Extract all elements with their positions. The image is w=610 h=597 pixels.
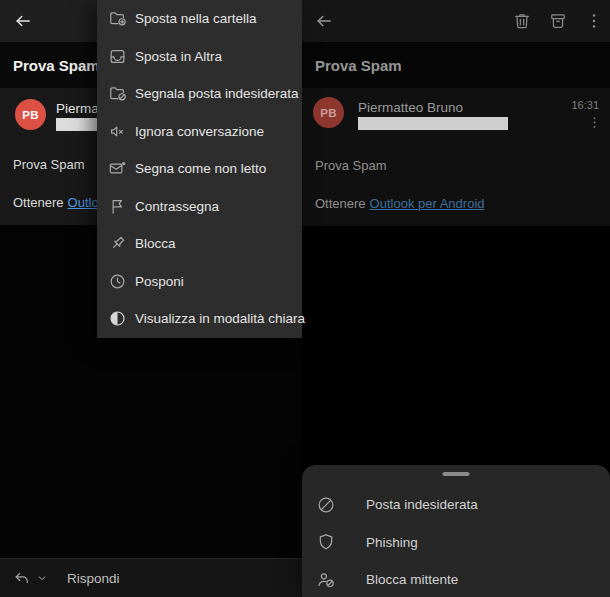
trash-icon[interactable] bbox=[512, 11, 532, 31]
drag-handle[interactable] bbox=[443, 472, 470, 476]
menu-item-label: Ignora conversazione bbox=[135, 124, 264, 139]
folder-move-icon bbox=[108, 9, 127, 28]
message-overflow-icon[interactable] bbox=[587, 114, 602, 131]
outlook-link[interactable]: Outlook per Android bbox=[370, 196, 485, 211]
menu-item-label: Sposta nella cartella bbox=[135, 11, 257, 26]
menu-item-label: Posponi bbox=[135, 274, 184, 289]
menu-item-segnala-posta-indesiderata[interactable]: Segnala posta indesiderata bbox=[97, 75, 302, 113]
footer-prefix: Ottenere bbox=[315, 196, 366, 211]
menu-item-segna-come-non-letto[interactable]: Segna come non letto bbox=[97, 150, 302, 188]
email-toolbar bbox=[512, 11, 610, 31]
mute-icon bbox=[108, 122, 127, 141]
email-body-text: Prova Spam bbox=[315, 158, 387, 173]
email-subject: Prova Spam bbox=[315, 57, 402, 74]
reply-bar[interactable]: Rispondi bbox=[0, 558, 302, 597]
overflow-menu-icon[interactable] bbox=[584, 11, 604, 31]
email-context-menu: Sposta nella cartella Sposta in Altra Se… bbox=[97, 0, 302, 338]
email-body-text: Prova Spam bbox=[13, 157, 85, 172]
pin-icon bbox=[108, 234, 127, 253]
archive-icon[interactable] bbox=[548, 11, 568, 31]
right-email-screen: Prova Spam PB Piermatteo Bruno 16:31 Pro… bbox=[302, 0, 610, 597]
menu-item-posponi[interactable]: Posponi bbox=[97, 263, 302, 301]
sheet-item-phishing[interactable]: Phishing bbox=[302, 524, 610, 562]
email-footer: OttenereOutlook per Android bbox=[315, 196, 485, 211]
footer-prefix: Ottenere bbox=[13, 195, 64, 210]
content-placeholder bbox=[358, 117, 508, 130]
message-time: 16:31 bbox=[571, 99, 599, 111]
menu-item-sposta-nella-cartella[interactable]: Sposta nella cartella bbox=[97, 0, 302, 38]
menu-item-label: Blocca bbox=[135, 236, 176, 251]
menu-item-label: Contrassegna bbox=[135, 199, 219, 214]
sheet-item-list: Posta indesiderata Phishing Blocca mitte… bbox=[302, 486, 610, 597]
right-message-card: PB Piermatteo Bruno 16:31 Prova Spam Ott… bbox=[302, 88, 610, 226]
right-subject-band: Prova Spam bbox=[302, 42, 610, 88]
menu-item-blocca-pin[interactable]: Blocca bbox=[97, 225, 302, 263]
theme-contrast-icon bbox=[108, 309, 127, 328]
report-bottom-sheet: Posta indesiderata Phishing Blocca mitte… bbox=[302, 465, 610, 597]
shield-icon bbox=[316, 532, 336, 552]
menu-item-sposta-in-altra[interactable]: Sposta in Altra bbox=[97, 38, 302, 76]
person-block-icon bbox=[316, 570, 336, 590]
outlook-dark-mode-screens: Prova Spam PB Piermatteo Bruno Prova Spa… bbox=[0, 0, 610, 597]
menu-item-label: Segnala posta indesiderata bbox=[135, 86, 299, 101]
sheet-item-label: Phishing bbox=[366, 535, 418, 550]
flag-icon bbox=[108, 197, 127, 216]
avatar[interactable]: PB bbox=[15, 99, 46, 130]
sheet-item-blocca-mittente[interactable]: Blocca mittente bbox=[302, 561, 610, 597]
block-icon bbox=[316, 495, 336, 515]
sheet-item-label: Blocca mittente bbox=[366, 572, 458, 587]
menu-item-ignora-conversazione[interactable]: Ignora conversazione bbox=[97, 113, 302, 151]
folder-block-icon bbox=[108, 84, 127, 103]
reply-icon[interactable] bbox=[13, 569, 32, 588]
sheet-item-posta-indesiderata[interactable]: Posta indesiderata bbox=[302, 486, 610, 524]
inbox-move-icon bbox=[108, 47, 127, 66]
sheet-item-label: Posta indesiderata bbox=[366, 497, 478, 512]
back-icon[interactable] bbox=[314, 11, 334, 31]
menu-item-label: Visualizza in modalità chiara bbox=[135, 311, 305, 326]
menu-item-visualizza-modalita-chiara[interactable]: Visualizza in modalità chiara bbox=[97, 300, 302, 338]
sender-name: Piermatteo Bruno bbox=[358, 100, 463, 115]
mail-unread-icon bbox=[108, 159, 127, 178]
right-app-bar bbox=[302, 0, 610, 42]
reply-label: Rispondi bbox=[67, 571, 120, 586]
chevron-down-icon[interactable] bbox=[36, 572, 48, 584]
menu-item-label: Sposta in Altra bbox=[135, 49, 222, 64]
back-icon[interactable] bbox=[13, 11, 33, 31]
clock-icon bbox=[108, 272, 127, 291]
menu-item-label: Segna come non letto bbox=[135, 161, 266, 176]
avatar[interactable]: PB bbox=[313, 97, 344, 128]
menu-item-contrassegna[interactable]: Contrassegna bbox=[97, 188, 302, 226]
email-subject: Prova Spam bbox=[13, 57, 100, 74]
